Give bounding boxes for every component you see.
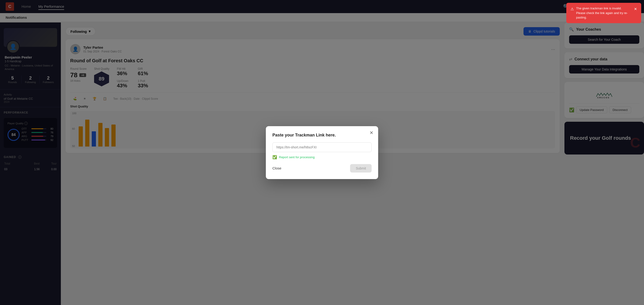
trackman-link-input[interactable]: [272, 142, 372, 152]
modal-close-x-button[interactable]: ✕: [370, 130, 374, 136]
success-check-icon: ✅: [272, 155, 277, 160]
modal-footer: Close Submit: [272, 164, 372, 172]
toast-message: The given trackman link is invalid. Plea…: [576, 6, 632, 20]
warning-icon: ⚠: [570, 6, 574, 12]
modal-submit-button[interactable]: Submit: [350, 164, 372, 172]
modal-overlay[interactable]: Paste your Trackman Link here. ✕ ✅ Repor…: [0, 0, 644, 305]
modal-success-message: ✅ Report sent for processing: [272, 155, 372, 160]
modal-title: Paste your Trackman Link here.: [272, 133, 372, 138]
error-toast: ⚠ The given trackman link is invalid. Pl…: [566, 3, 641, 23]
trackman-modal: Paste your Trackman Link here. ✕ ✅ Repor…: [266, 126, 378, 179]
modal-close-button[interactable]: Close: [272, 166, 281, 170]
toast-close-button[interactable]: ✕: [634, 6, 637, 12]
